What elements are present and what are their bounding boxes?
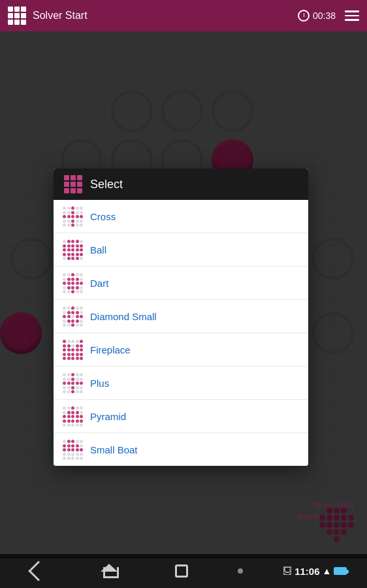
small-boat-label: Small Boat: [90, 444, 138, 455]
list-item-small-boat[interactable]: Small Boat: [54, 433, 308, 466]
status-bar: ⛾ 11:06 ▲: [283, 566, 347, 577]
back-icon: [28, 561, 48, 581]
dialog-header: Select: [54, 169, 308, 200]
app-grid-icon: [8, 7, 26, 25]
ball-label: Ball: [90, 244, 106, 255]
fireplace-label: Fireplace: [90, 344, 131, 355]
ball-pattern-icon: [63, 240, 82, 259]
dialog-title: Select: [90, 178, 123, 191]
clock-icon: [298, 10, 310, 22]
list-item-dart[interactable]: Dart: [54, 267, 308, 300]
dart-pattern-icon: [63, 273, 82, 293]
nav-bar: ⛾ 11:06 ▲: [0, 554, 367, 588]
recents-button[interactable]: [165, 558, 198, 584]
diamond-small-label: Diamond Small: [90, 311, 157, 322]
recents-icon: [175, 564, 188, 578]
time-display: 00:38: [313, 10, 336, 21]
list-item-plus[interactable]: Plus: [54, 367, 308, 400]
status-time: 11:06: [295, 566, 319, 577]
list-item-fireplace[interactable]: Fireplace: [54, 333, 308, 367]
list-item-pyramid[interactable]: Pyramid: [54, 400, 308, 433]
cross-pattern-icon: [63, 206, 82, 226]
back-button[interactable]: [20, 558, 53, 584]
list-item-cross[interactable]: Cross: [54, 200, 308, 233]
small-boat-pattern-icon: [63, 440, 82, 459]
pyramid-pattern-icon: [63, 406, 82, 426]
list-item-ball[interactable]: Ball: [54, 233, 308, 267]
toolbar: Solver Start 00:38: [0, 0, 367, 31]
wifi-icon: ▲: [323, 566, 332, 576]
pyramid-label: Pyramid: [90, 411, 126, 422]
menu-button[interactable]: [345, 10, 359, 21]
home-icon: [102, 564, 116, 578]
screenshot-icon: ⛾: [283, 566, 292, 576]
home-button[interactable]: [93, 558, 125, 584]
diamond-small-pattern-icon: [63, 306, 82, 326]
toolbar-title: Solver Start: [33, 10, 298, 22]
dialog-header-icon: [64, 175, 82, 193]
battery-icon: [334, 567, 347, 575]
plus-label: Plus: [90, 378, 109, 389]
list-item-diamond-small[interactable]: Diamond Small: [54, 300, 308, 333]
toolbar-time: 00:38: [298, 10, 336, 22]
fireplace-pattern-icon: [63, 340, 82, 359]
toolbar-right: 00:38: [298, 10, 359, 22]
dart-label: Dart: [90, 278, 108, 289]
cross-label: Cross: [90, 211, 116, 222]
center-dot: [238, 568, 243, 574]
select-dialog: Select Cross Ball Dart: [54, 169, 308, 466]
plus-pattern-icon: [63, 373, 82, 393]
